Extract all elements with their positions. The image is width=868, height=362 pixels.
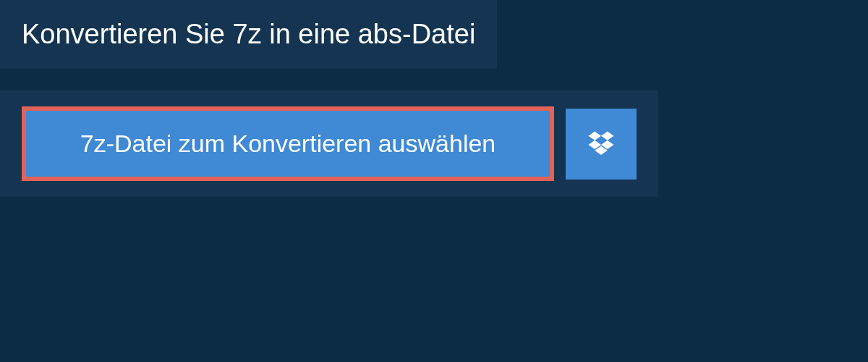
select-file-button[interactable]: 7z-Datei zum Konvertieren auswählen (22, 106, 554, 181)
upload-panel: 7z-Datei zum Konvertieren auswählen (0, 90, 658, 197)
dropbox-button[interactable] (566, 109, 637, 180)
header-bar: Konvertieren Sie 7z in eine abs-Datei (0, 0, 497, 69)
page-title: Konvertieren Sie 7z in eine abs-Datei (22, 19, 475, 50)
select-file-button-label: 7z-Datei zum Konvertieren auswählen (80, 130, 496, 157)
dropbox-icon (586, 129, 616, 159)
